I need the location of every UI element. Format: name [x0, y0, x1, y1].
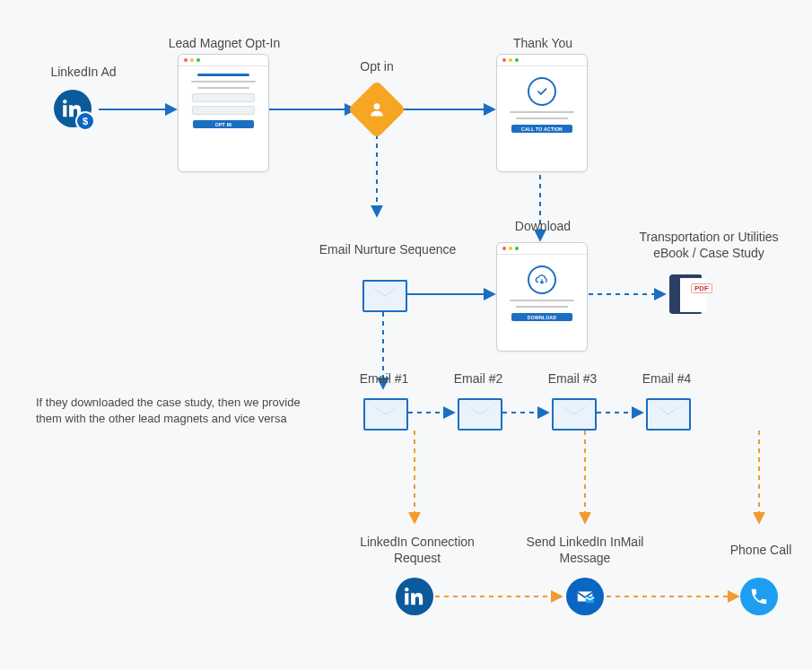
ebook-label: Transportation or Utilities eBook / Case…: [628, 230, 790, 261]
li-inmail-label: Send LinkedIn InMail Message: [522, 535, 648, 566]
inmail-icon: [566, 578, 604, 615]
lead-magnet-window: OPT IN: [178, 54, 269, 172]
thank-you-window: CALL TO ACTION: [496, 54, 588, 172]
opt-in-label: Opt in: [352, 59, 402, 75]
li-connect-label: LinkedIn Connection Request: [359, 535, 476, 566]
phone-call-label: Phone Call: [725, 543, 797, 559]
opt-in-button: OPT IN: [193, 120, 253, 128]
lead-magnet-label: Lead Magnet Opt-In: [166, 36, 283, 52]
linkedin-ad-label: LinkedIn Ad: [43, 65, 124, 81]
email1-label: Email #1: [357, 371, 411, 387]
thank-you-label: Thank You: [502, 36, 583, 52]
email3-icon: [552, 398, 597, 431]
flow-diagram: LinkedIn Ad $ Lead Magnet Opt-In OPT IN …: [0, 0, 812, 670]
linkedin-ad-icon: $: [54, 90, 92, 127]
download-window: DOWNLOAD: [496, 242, 588, 352]
email2-label: Email #2: [451, 371, 505, 387]
email-nurture-label: Email Nurture Sequence: [316, 242, 459, 258]
svg-point-16: [374, 103, 380, 109]
email4-label: Email #4: [640, 371, 694, 387]
email3-label: Email #3: [546, 371, 599, 387]
download-label: Download: [511, 219, 574, 235]
cta-button: CALL TO ACTION: [511, 125, 572, 133]
download-button: DOWNLOAD: [511, 313, 572, 321]
email4-icon: [646, 398, 691, 431]
connector-layer: [0, 0, 812, 670]
cloud-download-icon: [528, 265, 556, 294]
linkedin-icon: [396, 578, 433, 615]
opt-in-decision: [347, 80, 406, 138]
phone-icon: [740, 578, 778, 615]
book-icon: PDF: [669, 274, 707, 316]
pdf-tag: PDF: [691, 283, 712, 293]
email2-icon: [458, 398, 502, 431]
email1-icon: [363, 398, 408, 431]
cross-sell-note: If they downloaded the case study, then …: [36, 395, 305, 426]
checkmark-icon: [528, 77, 556, 106]
nurture-envelope-icon: [362, 280, 407, 312]
